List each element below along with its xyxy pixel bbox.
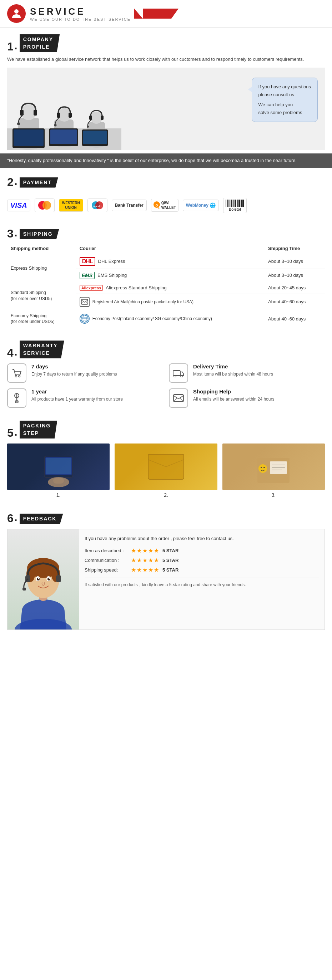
svg-point-20 <box>90 111 103 124</box>
svg-rect-25 <box>83 130 107 144</box>
shipping-col-courier: Courier <box>76 243 264 254</box>
warranty-section-label: 4 . WARRANTYSERVICE <box>7 340 325 358</box>
feedback-content: If you have any problems about the order… <box>79 529 324 630</box>
service-title: SERVICE <box>30 6 131 17</box>
webmoney-logo: WebMoney 🌐 <box>183 200 219 211</box>
mastercard-logo <box>35 199 55 212</box>
svg-rect-6 <box>33 110 37 116</box>
quote-text: "Honesty, quality professionality and In… <box>7 158 297 163</box>
warranty-1year-text: 1 year All products have 1 year warranty… <box>32 388 123 402</box>
svg-rect-46 <box>237 200 238 207</box>
feedback-row-item: Item as described : ★★★★★ 5 STAR <box>85 547 319 554</box>
registered-mail-icon <box>80 297 90 307</box>
economy-icon <box>80 314 90 324</box>
packing-label-1: 1. <box>7 492 110 498</box>
shipping-courier-ems: EMS EMS Shipping <box>76 269 264 282</box>
svg-rect-40 <box>231 200 232 207</box>
feedback-row-shipping: Shipping speed: ★★★★★ 5 STAR <box>85 566 319 573</box>
feedback-label-item: Item as described : <box>85 548 131 553</box>
svg-point-97 <box>38 578 39 579</box>
company-description: We have established a global service net… <box>7 56 325 63</box>
warranty-item-1year: 1 year All products have 1 year warranty… <box>7 388 163 408</box>
svg-rect-22 <box>101 116 104 120</box>
packing-label-2: 2. <box>115 492 217 498</box>
warranty-section: 7 days Enjoy 7 days to return if any qua… <box>0 363 332 414</box>
cart-icon <box>7 363 27 383</box>
company-image-area: If you have any questions please consult… <box>7 68 325 150</box>
table-row: Express Shipping DHL DHL Express About 3… <box>7 254 325 269</box>
shipping-col-method: Shipping method <box>7 243 76 254</box>
feedback-label-shipping: Shipping speed: <box>85 567 131 573</box>
warranty-delivery-title: Delivery Time <box>193 363 273 369</box>
feedback-intro: If you have any problems about the order… <box>85 535 319 542</box>
speech-arrow <box>248 87 252 92</box>
speech-line3: We can help you <box>258 101 311 109</box>
western-union-logo: WESTERNUNION <box>59 199 83 212</box>
feedback-box: If you have any problems about the order… <box>7 529 325 630</box>
svg-rect-101 <box>22 588 26 590</box>
svg-rect-50 <box>241 200 242 207</box>
svg-rect-34 <box>226 200 226 207</box>
svg-rect-100 <box>56 575 61 582</box>
boletol-logo: Boletol <box>223 198 247 213</box>
svg-rect-17 <box>51 129 77 144</box>
svg-rect-68 <box>174 395 183 402</box>
wrench-icon <box>7 388 27 408</box>
truck-icon <box>169 363 188 383</box>
feedback-footer: If satisfied with our products，kindly le… <box>85 578 319 588</box>
shipping-time-economy: About 40~60 days <box>264 310 325 328</box>
svg-point-59 <box>15 375 17 377</box>
feedback-label-communication: Communication : <box>85 558 131 563</box>
speech-bubble: If you have any questions please consult… <box>252 78 318 122</box>
speech-line4: solve some problems <box>258 109 311 116</box>
svg-point-23 <box>87 126 89 128</box>
rating-communication: 5 STAR <box>163 558 179 563</box>
shipping-time-aliexpress: About 20~45 days <box>264 282 325 294</box>
payment-logos: VISA WESTERNUNION maestro Bank Transfer <box>7 198 325 213</box>
svg-rect-39 <box>231 200 231 207</box>
shipping-section: Shipping method Courier Shipping Time Ex… <box>0 243 332 334</box>
svg-point-15 <box>54 124 57 126</box>
packing-item-1: 1. <box>7 444 110 498</box>
warranty-item-delivery: Delivery Time Most items will be shipped… <box>169 363 325 383</box>
svg-rect-36 <box>228 200 228 207</box>
svg-rect-73 <box>53 478 64 484</box>
svg-rect-49 <box>240 200 241 207</box>
service-header: SERVICE WE USE OUR TO DO THE BEST SERVIC… <box>0 0 332 28</box>
packing-images-row: 1. 2. <box>7 444 325 498</box>
svg-point-7 <box>17 123 20 125</box>
headset-figures <box>7 68 122 150</box>
svg-text:Q: Q <box>155 204 158 207</box>
svg-line-33 <box>158 207 159 209</box>
svg-rect-51 <box>242 200 243 207</box>
shipping-col-time: Shipping Time <box>264 243 325 254</box>
payment-section: VISA WESTERNUNION maestro Bank Transfer <box>0 191 332 220</box>
shipping-method-standard: Standard Shipping(for order over USD5) <box>7 282 76 310</box>
svg-rect-48 <box>239 200 240 207</box>
feedback-section: If you have any problems about the order… <box>0 529 332 637</box>
section5-label: PACKINGSTEP <box>20 421 57 439</box>
svg-rect-35 <box>227 200 227 207</box>
svg-point-98 <box>49 578 50 579</box>
packing-item-2: 2. <box>115 444 217 498</box>
company-section: We have established a global service net… <box>0 56 332 153</box>
warranty-1year-title: 1 year <box>32 388 123 395</box>
visa-logo: VISA <box>7 200 30 212</box>
svg-point-84 <box>261 467 262 468</box>
mail-icon <box>169 388 188 408</box>
shipping-method-economy: Economy Shipping(for order under USD5) <box>7 310 76 328</box>
svg-rect-44 <box>235 200 236 207</box>
shipping-time-registered: About 40~60 days <box>264 294 325 310</box>
shipping-section-label: 3 . SHIPPING <box>7 226 325 239</box>
shipping-time-ems: About 3~10 days <box>264 269 325 282</box>
quote-banner: "Honesty, quality professionality and In… <box>0 153 332 168</box>
service-title-block: SERVICE WE USE OUR TO DO THE BEST SERVIC… <box>30 6 131 21</box>
packing-label-3: 3. <box>222 492 325 498</box>
svg-rect-47 <box>239 200 239 207</box>
payment-section-label: 2 . PAYMENT <box>7 175 325 188</box>
shipping-method-express: Express Shipping <box>7 254 76 282</box>
warranty-7days-text: 7 days Enjoy 7 days to return if any qua… <box>32 363 117 377</box>
company-section-label: 1 . COMPANYPROFILE <box>7 34 325 52</box>
service-icon <box>7 4 26 23</box>
packing-item-3: 3. <box>222 444 325 498</box>
